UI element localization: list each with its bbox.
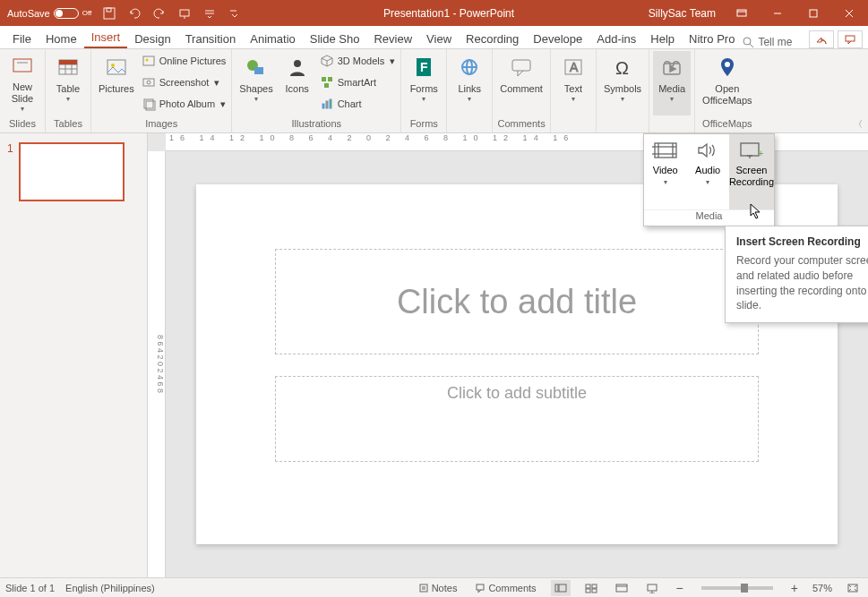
- svg-rect-37: [324, 83, 329, 88]
- comment-button[interactable]: Comment: [496, 51, 546, 115]
- tab-addins[interactable]: Add-ins: [589, 29, 643, 48]
- tab-file[interactable]: File: [5, 29, 39, 48]
- reading-view-button[interactable]: [612, 580, 632, 596]
- undo-button[interactable]: [124, 3, 145, 24]
- tab-review[interactable]: Review: [366, 29, 419, 48]
- shapes-label: Shapes: [239, 83, 272, 95]
- tab-home[interactable]: Home: [39, 29, 84, 48]
- pictures-button[interactable]: Pictures: [95, 51, 138, 115]
- table-button[interactable]: Table▾: [49, 51, 87, 115]
- tell-me-search[interactable]: Tell me: [742, 36, 792, 48]
- online-pictures-button[interactable]: Online Pictures: [140, 51, 228, 71]
- tooltip: Insert Screen Recording Record your comp…: [725, 226, 868, 323]
- audio-button[interactable]: Audio▾: [686, 134, 728, 209]
- svg-rect-71: [616, 584, 627, 592]
- tab-design[interactable]: Design: [127, 29, 177, 48]
- text-button[interactable]: AText▾: [554, 51, 592, 115]
- maximize-button[interactable]: [796, 0, 830, 26]
- map-pin-icon: [713, 53, 742, 81]
- slide-count[interactable]: Slide 1 of 1: [5, 583, 55, 593]
- 3d-models-button[interactable]: 3D Models▾: [318, 51, 398, 71]
- qat-customize-button[interactable]: [224, 3, 245, 24]
- subtitle-placeholder[interactable]: Click to add subtitle: [275, 376, 759, 462]
- online-pictures-label: Online Pictures: [159, 55, 227, 66]
- minimize-button[interactable]: [761, 0, 795, 26]
- svg-line-14: [750, 44, 753, 47]
- forms-button[interactable]: FForms▾: [405, 51, 443, 115]
- forms-label: Forms: [410, 83, 438, 95]
- group-links-label: [451, 118, 488, 132]
- group-tables-label: Tables: [49, 118, 87, 132]
- comments-button[interactable]: Comments: [471, 583, 539, 593]
- language-button[interactable]: English (Philippines): [65, 583, 155, 593]
- svg-text:F: F: [420, 60, 428, 74]
- cursor-icon: [750, 203, 762, 219]
- share-button[interactable]: [809, 30, 834, 48]
- svg-rect-69: [586, 589, 590, 593]
- zoom-out-button[interactable]: −: [673, 581, 687, 595]
- group-text-label: [554, 118, 592, 132]
- notes-label: Notes: [432, 583, 458, 593]
- screenshot-button[interactable]: Screenshot▾: [140, 72, 228, 92]
- screen-recording-button[interactable]: + Screen Recording: [729, 134, 774, 209]
- zoom-in-button[interactable]: +: [787, 581, 802, 595]
- zoom-slider[interactable]: [701, 586, 773, 590]
- svg-rect-2: [180, 10, 189, 16]
- tab-recording[interactable]: Recording: [459, 29, 526, 48]
- smartart-button[interactable]: SmartArt: [318, 72, 398, 92]
- tab-transitions[interactable]: Transition: [178, 29, 244, 48]
- search-icon: [742, 36, 754, 48]
- tooltip-title: Insert Screen Recording: [736, 235, 868, 248]
- group-links: Links▾: [447, 49, 493, 132]
- svg-rect-38: [322, 104, 324, 108]
- new-slide-button[interactable]: New Slide▾: [4, 51, 41, 115]
- smartart-label: SmartArt: [338, 77, 376, 88]
- symbols-label: Symbols: [604, 83, 641, 95]
- media-button[interactable]: Media▾: [653, 51, 691, 115]
- notes-button[interactable]: Notes: [415, 583, 461, 593]
- tab-animations[interactable]: Animatio: [243, 29, 303, 48]
- normal-view-button[interactable]: [551, 580, 571, 596]
- start-from-beginning-button[interactable]: [174, 3, 195, 24]
- slideshow-view-button[interactable]: [642, 580, 662, 596]
- slide-sorter-view-button[interactable]: [581, 580, 601, 596]
- screen-recording-label: Screen Recording: [729, 165, 774, 188]
- screenshot-label: Screenshot: [159, 77, 210, 88]
- tab-developer[interactable]: Develope: [526, 29, 589, 48]
- photo-album-button[interactable]: Photo Album▾: [140, 94, 228, 114]
- tab-view[interactable]: View: [419, 29, 459, 48]
- slide-thumbnail-1[interactable]: [19, 142, 125, 201]
- ribbon-display-button[interactable]: [725, 0, 759, 26]
- qat-more-button[interactable]: [199, 3, 220, 24]
- collapse-ribbon-button[interactable]: 〈: [854, 118, 863, 131]
- title-placeholder[interactable]: Click to add title: [275, 249, 759, 354]
- fit-to-window-button[interactable]: [843, 580, 863, 596]
- save-button[interactable]: [99, 3, 120, 24]
- tab-nitro[interactable]: Nitro Pro: [682, 29, 742, 48]
- group-media: Media▾: [649, 49, 695, 132]
- redo-button[interactable]: [149, 3, 170, 24]
- zoom-level[interactable]: 57%: [812, 583, 832, 593]
- svg-rect-46: [512, 60, 530, 71]
- group-images: Pictures Online Pictures Screenshot▾ Pho…: [91, 49, 232, 132]
- video-button[interactable]: Video▾: [644, 134, 686, 209]
- tab-slideshow[interactable]: Slide Sho: [303, 29, 367, 48]
- user-name[interactable]: SillySac Team: [649, 7, 716, 20]
- symbols-button[interactable]: ΩSymbols▾: [600, 51, 645, 115]
- autosave-toggle[interactable]: AutoSave Off: [4, 8, 95, 19]
- comments-pane-button[interactable]: [838, 30, 863, 48]
- chart-button[interactable]: Chart: [318, 94, 398, 114]
- slide-thumbnail-pane[interactable]: 1: [0, 133, 148, 577]
- open-officemaps-button[interactable]: Open OfficeMaps: [699, 51, 755, 115]
- links-button[interactable]: Links▾: [451, 51, 488, 115]
- icons-label: Icons: [286, 83, 309, 95]
- icons-button[interactable]: Icons: [279, 51, 316, 115]
- tab-insert[interactable]: Insert: [84, 27, 128, 48]
- chart-icon: [320, 97, 334, 111]
- video-label: Video: [653, 165, 678, 176]
- shapes-button[interactable]: Shapes▾: [236, 51, 276, 115]
- pictures-label: Pictures: [99, 83, 134, 95]
- tab-help[interactable]: Help: [643, 29, 682, 48]
- group-illustrations: Shapes▾ Icons 3D Models▾ SmartArt Chart …: [232, 49, 401, 132]
- close-button[interactable]: [832, 0, 866, 26]
